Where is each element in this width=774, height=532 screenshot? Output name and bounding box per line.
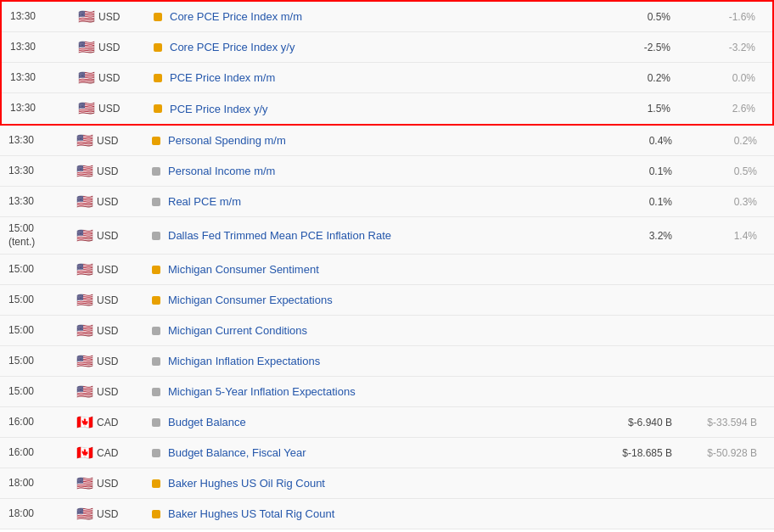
event-time: 15:00 (tent.)	[8, 222, 76, 249]
impact-indicator	[144, 357, 168, 366]
impact-indicator	[144, 388, 168, 396]
event-currency: 🇺🇸 USD	[76, 135, 144, 147]
country-flag: 🇺🇸	[76, 196, 93, 208]
table-row: 16:00 🇨🇦 CAD Budget Balance, Fiscal Year…	[0, 438, 774, 468]
event-currency: 🇺🇸 USD	[76, 294, 144, 306]
event-time: 15:00	[8, 324, 76, 338]
currency-code: USD	[98, 42, 120, 53]
country-flag: 🇨🇦	[76, 417, 93, 428]
currency-code: USD	[98, 11, 120, 23]
currency-code: USD	[97, 135, 118, 147]
event-currency: 🇺🇸 USD	[76, 356, 144, 367]
previous-value: $-33.594 B	[672, 417, 766, 428]
currency-code: USD	[97, 294, 118, 306]
currency-code: CAD	[97, 417, 118, 428]
impact-dot	[152, 479, 160, 488]
event-name[interactable]: Personal Income m/m	[168, 165, 579, 177]
table-row: 18:00 🇺🇸 USD Baker Hughes US Total Rig C…	[0, 499, 774, 529]
event-time: 15:00	[8, 385, 76, 399]
event-name[interactable]: Core PCE Price Index y/y	[170, 41, 577, 53]
event-name[interactable]: PCE Price Index y/y	[170, 103, 577, 115]
currency-code: USD	[97, 478, 118, 490]
event-name[interactable]: Michigan Current Conditions	[168, 324, 579, 337]
impact-indicator	[144, 479, 168, 488]
impact-dot	[152, 388, 160, 396]
event-currency: 🇺🇸 USD	[76, 264, 144, 276]
impact-indicator	[146, 13, 170, 21]
event-name[interactable]: PCE Price Index m/m	[170, 71, 577, 84]
actual-value: $-6.940 B	[579, 417, 672, 428]
event-name[interactable]: Baker Hughes US Oil Rig Count	[168, 477, 579, 490]
event-name[interactable]: Baker Hughes US Total Rig Count	[168, 507, 579, 520]
table-row: 15:00 (tent.) 🇺🇸 USD Dallas Fed Trimmed …	[0, 217, 774, 255]
event-name[interactable]: Michigan Consumer Expectations	[168, 294, 579, 306]
event-name[interactable]: Real PCE m/m	[168, 195, 579, 208]
country-flag: 🇺🇸	[76, 165, 93, 177]
impact-dot	[152, 296, 160, 305]
country-flag: 🇺🇸	[78, 42, 95, 53]
event-currency: 🇺🇸 USD	[78, 103, 146, 115]
event-time: 13:30	[8, 195, 76, 209]
actual-value: 0.2%	[577, 72, 670, 84]
impact-dot	[152, 232, 160, 240]
actual-value: 3.2%	[579, 230, 672, 242]
event-currency: 🇺🇸 USD	[78, 42, 146, 53]
impact-indicator	[144, 418, 168, 427]
table-row: 15:00 🇺🇸 USD Michigan Current Conditions	[0, 316, 774, 346]
country-flag: 🇺🇸	[76, 230, 93, 242]
currency-code: USD	[98, 72, 120, 84]
impact-dot	[152, 418, 160, 427]
impact-dot	[152, 167, 160, 176]
event-name[interactable]: Core PCE Price Index m/m	[170, 10, 577, 23]
currency-code: USD	[97, 230, 118, 242]
event-time: 15:00	[8, 355, 76, 368]
event-name[interactable]: Michigan Consumer Sentiment	[168, 263, 579, 276]
economic-calendar-table: 13:30 🇺🇸 USD Core PCE Price Index m/m 0.…	[0, 0, 774, 529]
table-row: 13:30 🇺🇸 USD PCE Price Index m/m 0.2% 0.…	[2, 63, 772, 93]
previous-value: 2.6%	[670, 103, 764, 115]
impact-indicator	[144, 296, 168, 305]
table-row: 16:00 🇨🇦 CAD Budget Balance $-6.940 B $-…	[0, 407, 774, 438]
table-row: 15:00 🇺🇸 USD Michigan Consumer Expectati…	[0, 285, 774, 316]
currency-code: USD	[97, 325, 118, 337]
event-name[interactable]: Michigan 5-Year Inflation Expectations	[168, 385, 579, 398]
table-row: 13:30 🇺🇸 USD Core PCE Price Index y/y -2…	[2, 32, 772, 63]
impact-dot	[152, 449, 160, 457]
event-currency: 🇺🇸 USD	[76, 165, 144, 177]
event-time: 15:00	[8, 263, 76, 277]
impact-indicator	[146, 43, 170, 52]
event-name[interactable]: Budget Balance, Fiscal Year	[168, 446, 579, 459]
event-time: 16:00	[8, 446, 76, 460]
impact-dot	[154, 74, 162, 82]
currency-code: USD	[97, 165, 118, 177]
previous-value: $-50.928 B	[672, 447, 766, 459]
currency-code: USD	[97, 386, 118, 398]
impact-dot	[152, 510, 160, 518]
country-flag: 🇺🇸	[76, 356, 93, 367]
previous-value: 0.5%	[672, 165, 766, 177]
actual-value: 0.5%	[577, 11, 670, 23]
event-name[interactable]: Michigan Inflation Expectations	[168, 355, 579, 367]
impact-dot	[154, 13, 162, 21]
impact-indicator	[144, 510, 168, 518]
currency-code: USD	[97, 196, 118, 208]
table-row: 13:30 🇺🇸 USD Personal Income m/m 0.1% 0.…	[0, 156, 774, 187]
previous-value: 0.3%	[672, 196, 766, 208]
event-currency: 🇺🇸 USD	[76, 386, 144, 398]
impact-indicator	[144, 167, 168, 176]
currency-code: USD	[97, 356, 118, 367]
country-flag: 🇺🇸	[78, 11, 95, 23]
country-flag: 🇺🇸	[76, 135, 93, 147]
event-name[interactable]: Dallas Fed Trimmed Mean PCE Inflation Ra…	[168, 229, 579, 242]
event-currency: 🇺🇸 USD	[76, 478, 144, 490]
impact-dot	[152, 266, 160, 274]
impact-indicator	[144, 327, 168, 335]
impact-dot	[154, 104, 162, 113]
event-name[interactable]: Personal Spending m/m	[168, 134, 579, 147]
currency-code: CAD	[97, 447, 118, 459]
impact-dot	[152, 357, 160, 366]
event-time: 13:30	[10, 102, 78, 115]
actual-value: 1.5%	[577, 103, 670, 115]
currency-code: USD	[97, 508, 118, 520]
event-name[interactable]: Budget Balance	[168, 416, 579, 428]
